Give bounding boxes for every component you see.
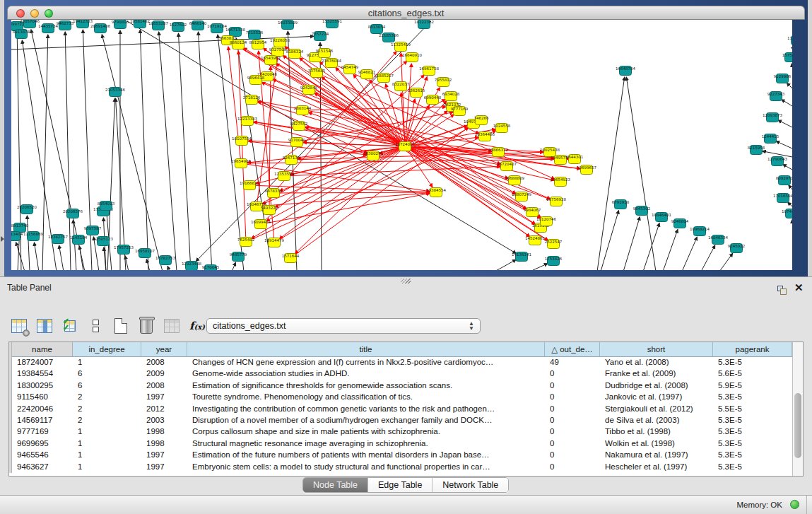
column-header[interactable]: pagerank [713, 342, 792, 357]
graph-node[interactable]: 15325591 [322, 20, 342, 28]
table-cell[interactable]: 1 [73, 426, 141, 438]
table-cell[interactable]: 9463627 [12, 462, 73, 473]
table-cell[interactable]: 5.5E-5 [713, 404, 792, 415]
graph-node[interactable]: 10653287 [148, 21, 168, 30]
graph-node[interactable]: 3913404 [11, 232, 23, 241]
graph-node-selected[interactable]: 9151546 [316, 49, 334, 58]
selected-edge[interactable] [322, 77, 405, 146]
table-cell[interactable]: Nakamura et al. (1997) [600, 450, 713, 461]
graph-node-selected[interactable]: 14524861 [525, 236, 545, 245]
scrollbar-thumb[interactable] [794, 393, 801, 458]
graph-node[interactable]: 12790643 [767, 157, 787, 166]
graph-node[interactable]: 9397587 [84, 226, 102, 235]
table-cell[interactable]: Stergiakouli et al. (2012) [600, 404, 713, 415]
graph-node-selected[interactable]: 9777169 [451, 107, 469, 116]
table-cell[interactable]: Structural magnetic resonance image aver… [187, 438, 545, 450]
table-cell[interactable]: Tourette syndrome. Phenomenology and cla… [187, 392, 545, 403]
column-header[interactable]: in_degree [73, 342, 141, 357]
table-cell[interactable]: 0 [545, 404, 600, 415]
table-cell[interactable]: 1 [73, 357, 141, 368]
graph-node[interactable]: 9790816 [112, 20, 129, 29]
table-row[interactable]: 1938455462009Genome-wide association stu… [9, 368, 792, 380]
table-row[interactable]: 2242004622012Investigating the contribut… [9, 404, 792, 415]
graph-node-selected[interactable]: 2803144 [294, 106, 312, 115]
graph-node-selected[interactable]: 19654923 [551, 177, 570, 187]
graph-node[interactable]: 8913874 [13, 30, 30, 39]
selected-edge[interactable] [291, 152, 543, 160]
edge[interactable] [788, 202, 792, 206]
graph-node-selected[interactable]: 5493222 [261, 206, 278, 215]
tab-node-table[interactable]: Node Table [303, 478, 368, 492]
edge[interactable] [776, 141, 792, 148]
graph-node-selected[interactable]: 8427552 [290, 122, 308, 131]
memory-ok-icon[interactable] [790, 500, 799, 509]
graph-node-selected[interactable]: 16756928 [546, 197, 566, 206]
graph-node[interactable]: 9485779 [230, 252, 247, 262]
table-cell[interactable]: 5.3E-5 [713, 415, 792, 426]
table-cell[interactable]: Changes of HCN gene expression and I(f) … [187, 357, 545, 368]
graph-node[interactable]: 8092971 [776, 176, 792, 185]
graph-node[interactable]: 16958107 [135, 249, 155, 258]
graph-node[interactable]: 7357224 [312, 32, 329, 41]
graph-node[interactable]: 16046334 [708, 235, 728, 245]
graph-node[interactable]: 10968214 [690, 227, 710, 236]
edge[interactable] [701, 245, 715, 270]
selected-edge[interactable] [317, 73, 555, 179]
graph-node-selected[interactable]: 12213383 [237, 117, 257, 126]
selected-edge[interactable] [261, 194, 430, 224]
table-row[interactable]: 977716911998Corpus callosum shape and si… [9, 426, 792, 438]
table-cell[interactable]: 5.3E-5 [713, 426, 792, 438]
graph-node-selected[interactable]: 9644301 [566, 155, 584, 164]
edge[interactable] [643, 223, 659, 270]
table-settings-icon[interactable] [10, 317, 28, 335]
table-cell[interactable]: 0 [545, 380, 600, 392]
table-cell[interactable]: 1998 [141, 438, 187, 450]
graph-node[interactable]: 10719184 [207, 24, 227, 33]
table-cell[interactable]: Wolkin et al. (1998) [600, 438, 713, 450]
table-cell[interactable]: Corpus callosum shape and size in male p… [187, 426, 545, 438]
table-cell[interactable]: 1 [73, 438, 141, 450]
select-rows-icon[interactable]: ✓✓ [61, 317, 79, 335]
table-cell[interactable]: 0 [545, 368, 600, 380]
collapsed-panel-arrow-icon[interactable] [1, 236, 4, 242]
graph-node[interactable]: 21053346 [105, 88, 125, 97]
edge[interactable] [530, 264, 548, 270]
graph-node[interactable]: 10744889 [782, 209, 792, 218]
graph-node-selected[interactable]: 7955812 [435, 78, 452, 87]
graph-node[interactable]: 22185306 [379, 33, 399, 42]
graph-node-selected[interactable]: 8912954 [249, 40, 267, 49]
table-cell[interactable]: Investigating the contribution of common… [187, 404, 545, 415]
table-cell[interactable]: 0 [545, 392, 600, 403]
table-cell[interactable]: Estimation of significance thresholds fo… [187, 380, 545, 392]
minimize-window-icon[interactable] [30, 9, 39, 18]
graph-node-selected[interactable]: 9170040 [288, 138, 306, 147]
table-cell[interactable]: 5.3E-5 [713, 438, 792, 450]
edge[interactable] [792, 64, 792, 67]
table-cell[interactable]: 9465546 [12, 450, 73, 461]
graph-node[interactable]: 9170045 [202, 265, 220, 271]
tab-network-table[interactable]: Network Table [433, 478, 508, 492]
graph-node-selected[interactable]: 16640910 [402, 53, 422, 62]
edge[interactable] [682, 237, 697, 270]
edge[interactable] [495, 259, 516, 270]
edge[interactable] [167, 266, 170, 270]
table-cell[interactable]: 6 [73, 380, 141, 392]
graph-node[interactable]: 12923448 [182, 262, 201, 271]
table-cell[interactable]: 0 [545, 450, 600, 461]
table-cell[interactable]: 22420046 [12, 404, 73, 415]
table-row[interactable]: 969969511998Structural magnetic resonanc… [9, 438, 792, 450]
table-cell[interactable]: 2009 [141, 368, 187, 380]
graph-node-selected[interactable]: 20364486 [475, 132, 495, 141]
table-cell[interactable]: Embryonic stem cells: a model to study s… [187, 462, 545, 473]
graph-node[interactable]: 9227343 [767, 92, 785, 101]
table-cell[interactable]: 1997 [141, 450, 187, 461]
edge[interactable] [783, 164, 792, 170]
graph-node[interactable]: 14136141 [512, 252, 531, 262]
table-cell[interactable]: 0 [545, 415, 600, 426]
network-canvas[interactable]: 1872400716997232200570468913874144357249… [11, 20, 792, 270]
graph-node[interactable]: 7515526 [246, 30, 264, 40]
graph-node[interactable]: 9129986 [774, 74, 792, 83]
graph-node[interactable]: 6466140 [189, 21, 207, 30]
graph-node-selected[interactable]: 1024558 [493, 124, 511, 133]
table-row[interactable]: 1872400712008Changes of HCN gene express… [9, 357, 792, 368]
